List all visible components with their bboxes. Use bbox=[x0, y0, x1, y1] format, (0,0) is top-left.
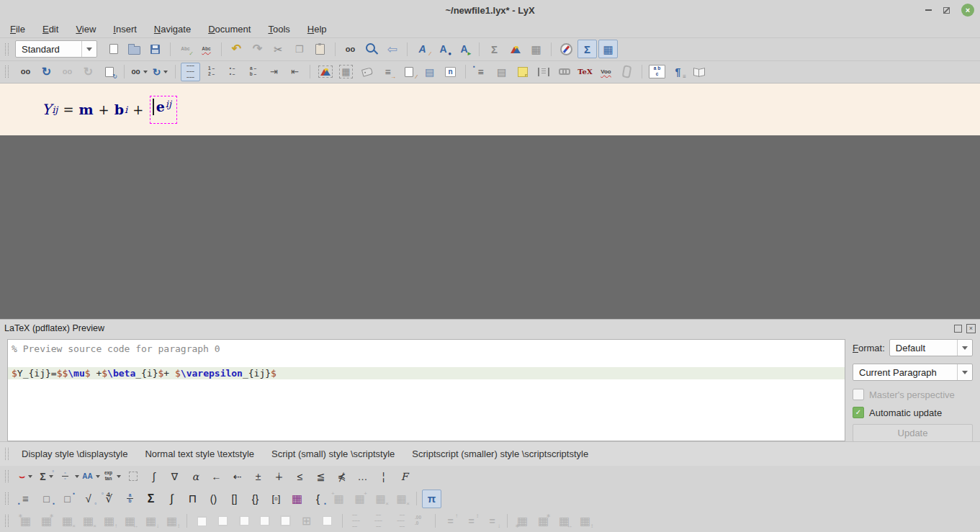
insert-graphics-button[interactable] bbox=[505, 40, 525, 58]
insert-toc-button[interactable]: ≡→ bbox=[378, 63, 397, 81]
insert-table-button[interactable]: ▦ bbox=[526, 40, 546, 58]
toggle-emphasis-button[interactable]: A⁄ bbox=[413, 40, 432, 58]
align-decimal-button[interactable]: .00.0 bbox=[410, 512, 430, 531]
paragraph-justify-button[interactable]: ––––––––– bbox=[181, 63, 200, 81]
menu-insert[interactable]: Insert bbox=[113, 24, 137, 35]
ellipsis-button[interactable]: … bbox=[353, 467, 372, 486]
math-style-button-2[interactable]: Script (small) style \scriptstyle bbox=[265, 446, 401, 462]
matrix-button[interactable]: ▦ bbox=[287, 490, 307, 508]
preview-master-button[interactable]: oo bbox=[58, 63, 77, 81]
insert-float-button[interactable]: ▤ bbox=[420, 63, 439, 81]
decrease-list-depth-button[interactable]: ⇤ bbox=[285, 63, 305, 81]
new-document-button[interactable] bbox=[104, 40, 123, 58]
preview-options-dropdown-button[interactable]: oo bbox=[130, 63, 149, 81]
delimiters-button[interactable]: [▫] bbox=[266, 490, 286, 508]
mathcal-f-button[interactable]: F bbox=[395, 467, 414, 486]
multicolumn-button[interactable]: ▦∗ bbox=[513, 512, 532, 531]
view-master-document-button[interactable]: ↻ bbox=[99, 63, 119, 81]
plus-minus-button[interactable]: ± bbox=[248, 467, 268, 486]
border-left-button[interactable] bbox=[234, 512, 253, 531]
big-operator-dropdown-button[interactable]: Σ▫ bbox=[37, 467, 56, 486]
insert-flex-inset-button[interactable]: ≡▪ bbox=[471, 63, 490, 81]
unmaximize-icon[interactable] bbox=[943, 7, 950, 14]
insert-note-button[interactable] bbox=[513, 63, 532, 81]
border-right-button[interactable] bbox=[255, 512, 274, 531]
square-brackets-button[interactable]: [] bbox=[225, 490, 244, 508]
menu-edit[interactable]: Edit bbox=[42, 24, 58, 35]
math-style-button-1[interactable]: Normal text style \textstyle bbox=[138, 446, 261, 462]
update-preview-button[interactable]: ↻ bbox=[37, 63, 56, 81]
align-left-button[interactable]: ––––––– bbox=[348, 512, 367, 531]
insert-nomenclature-button[interactable]: n bbox=[441, 63, 460, 81]
grid-delete-column-button[interactable]: ▦× bbox=[392, 490, 411, 508]
grid-add-column-button[interactable]: ▦+ bbox=[350, 490, 369, 508]
cases-environment-button[interactable]: {▪ bbox=[308, 490, 328, 508]
insert-math-button[interactable]: Σ bbox=[485, 40, 504, 58]
parentheses-button[interactable]: () bbox=[204, 490, 223, 508]
grid-add-row-button[interactable]: ▦+ bbox=[329, 490, 349, 508]
insert-box-button[interactable] bbox=[534, 63, 553, 81]
outliner-button[interactable] bbox=[557, 40, 576, 58]
find-replace-button[interactable]: oo bbox=[341, 40, 360, 58]
thesaurus-button[interactable] bbox=[689, 63, 709, 81]
toolbar-drag-handle[interactable] bbox=[5, 448, 9, 460]
horizontal-span-button[interactable]: ▦↔ bbox=[554, 512, 574, 531]
menu-document[interactable]: Document bbox=[208, 24, 251, 35]
border-bottom-button[interactable] bbox=[213, 512, 233, 531]
curly-braces-button[interactable]: {} bbox=[246, 490, 265, 508]
integral-sign-button[interactable]: ∫ bbox=[144, 467, 163, 486]
all-borders-button[interactable] bbox=[276, 512, 295, 531]
nth-root-button[interactable]: ∜▫ bbox=[99, 490, 119, 508]
grid-delete-row-button[interactable]: ▦× bbox=[371, 490, 390, 508]
document-page[interactable]: Yij = m + bi + eij bbox=[0, 84, 980, 135]
open-document-button[interactable] bbox=[125, 40, 144, 58]
navigate-back-button[interactable]: ⇦ bbox=[382, 40, 402, 58]
paragraph-style-select[interactable]: Standard bbox=[15, 40, 97, 58]
increase-list-depth-button[interactable]: ⇥ bbox=[264, 63, 284, 81]
square-root-button[interactable]: √▫ bbox=[78, 490, 98, 508]
toolbar-drag-handle[interactable] bbox=[5, 43, 9, 55]
less-double-equal-button[interactable]: ≦ bbox=[311, 467, 331, 486]
format-select[interactable]: Default bbox=[889, 339, 973, 356]
fraction-button[interactable]: ab bbox=[120, 490, 140, 508]
valign-top-button[interactable]: =↑ bbox=[441, 512, 460, 531]
move-row-up-button[interactable]: ▦↑ bbox=[99, 512, 119, 531]
valign-bottom-button[interactable]: =↓ bbox=[482, 512, 502, 531]
menu-file[interactable]: File bbox=[10, 24, 25, 35]
menu-navigate[interactable]: Navigate bbox=[154, 24, 191, 35]
bullet-list-button[interactable]: • –• – bbox=[222, 63, 242, 81]
menu-view[interactable]: View bbox=[76, 24, 96, 35]
nabla-button[interactable]: ∇ bbox=[165, 467, 184, 486]
menu-tools[interactable]: Tools bbox=[268, 24, 289, 35]
save-document-button[interactable] bbox=[145, 40, 165, 58]
undo-button[interactable]: ↶ bbox=[227, 40, 246, 58]
no-borders-button[interactable] bbox=[318, 512, 337, 531]
scope-select[interactable]: Current Paragraph bbox=[853, 364, 973, 381]
not-precedes-button[interactable]: ⋠ bbox=[332, 467, 351, 486]
align-right-button[interactable]: ––––––– bbox=[390, 512, 409, 531]
math-inset[interactable]: Yij = m + bi + eij bbox=[42, 96, 177, 124]
dot-plus-button[interactable]: ∔ bbox=[269, 467, 289, 486]
displayed-formula-button[interactable]: ≡▪ bbox=[16, 490, 35, 508]
math-style-button-0[interactable]: Display style \displaystyle bbox=[15, 446, 134, 462]
sum-sign-button[interactable]: Σ bbox=[141, 490, 161, 508]
toggle-math-toolbar-button[interactable]: Σ bbox=[577, 40, 597, 58]
insert-graphics-inset-button[interactable] bbox=[315, 63, 335, 81]
insert-listing-button[interactable]: Voo bbox=[596, 63, 616, 81]
delete-row-button[interactable]: ▦× bbox=[58, 512, 77, 531]
greek-alpha-button[interactable]: α bbox=[186, 467, 205, 486]
numbered-list-button[interactable]: 1 –2 – bbox=[202, 63, 221, 81]
math-space-button[interactable] bbox=[123, 467, 143, 486]
add-column-button[interactable]: ▦∗ bbox=[37, 512, 56, 531]
paragraph-settings-button[interactable]: ¶≡ bbox=[668, 63, 688, 81]
cut-button[interactable]: ✂ bbox=[269, 40, 288, 58]
move-row-down-button[interactable]: ▦↓ bbox=[141, 512, 161, 531]
insert-tex-code-button[interactable]: TeX bbox=[575, 63, 595, 81]
insert-index-entry-button[interactable]: ⁄ bbox=[399, 63, 418, 81]
insert-marginal-note-button[interactable]: ▤ bbox=[492, 63, 511, 81]
check-spelling-button[interactable]: Abc✓ bbox=[176, 40, 195, 58]
move-column-left-button[interactable]: ▦↔ bbox=[120, 512, 140, 531]
close-panel-icon[interactable]: × bbox=[966, 324, 976, 333]
toolbar-drag-handle[interactable] bbox=[5, 492, 9, 505]
update-options-dropdown-button[interactable]: ↻ bbox=[150, 63, 170, 81]
